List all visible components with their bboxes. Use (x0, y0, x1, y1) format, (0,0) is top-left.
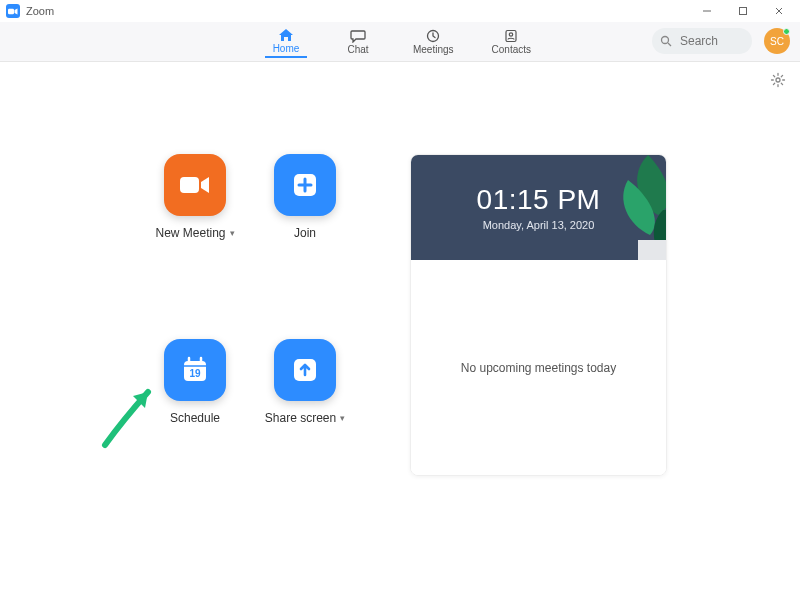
share-screen-button[interactable] (274, 339, 336, 401)
contacts-icon (504, 28, 518, 44)
clock-icon (426, 28, 440, 44)
svg-rect-21 (638, 240, 666, 260)
no-meetings-text: No upcoming meetings today (461, 361, 616, 375)
upcoming-panel: 01:15 PM Monday, April 13, 2020 No upcom… (410, 154, 667, 476)
window-maximize-button[interactable] (728, 2, 758, 20)
svg-point-8 (662, 37, 669, 44)
svg-text:19: 19 (189, 368, 201, 379)
action-label: New Meeting (155, 226, 225, 240)
plus-icon (290, 170, 320, 200)
schedule-button[interactable]: 19 (164, 339, 226, 401)
current-time: 01:15 PM (477, 184, 601, 216)
svg-rect-0 (8, 8, 14, 14)
home-icon (278, 27, 294, 43)
window-close-button[interactable] (764, 2, 794, 20)
svg-rect-2 (740, 8, 747, 15)
settings-button[interactable] (768, 70, 788, 90)
new-meeting-label-row[interactable]: New Meeting ▾ (155, 226, 234, 240)
search-input[interactable] (678, 33, 738, 49)
search-box[interactable] (652, 28, 752, 54)
presence-status-dot (783, 28, 790, 35)
svg-point-10 (776, 78, 780, 82)
chevron-down-icon: ▾ (340, 413, 345, 423)
chevron-down-icon: ▾ (230, 228, 235, 238)
clock-hero: 01:15 PM Monday, April 13, 2020 (411, 155, 666, 260)
window-titlebar: Zoom (0, 0, 800, 22)
current-date: Monday, April 13, 2020 (483, 219, 595, 231)
share-up-arrow-icon (290, 355, 320, 385)
svg-point-7 (510, 33, 513, 36)
home-actions-grid: New Meeting ▾ Join (140, 154, 360, 476)
search-icon (660, 35, 672, 47)
tab-home[interactable]: Home (265, 25, 307, 58)
chat-icon (350, 28, 366, 44)
plant-decoration (608, 155, 666, 260)
action-label: Join (294, 226, 316, 240)
upcoming-meetings-body: No upcoming meetings today (411, 260, 666, 475)
share-screen-label-row[interactable]: Share screen ▾ (265, 411, 345, 425)
tab-chat[interactable]: Chat (337, 25, 379, 58)
zoom-app-icon (6, 4, 20, 18)
tab-label: Chat (347, 44, 368, 55)
user-avatar[interactable]: SC (764, 28, 790, 54)
new-meeting-button[interactable] (164, 154, 226, 216)
avatar-initials: SC (770, 36, 784, 47)
svg-line-9 (668, 43, 671, 46)
tab-contacts[interactable]: Contacts (488, 25, 535, 58)
tab-label: Home (273, 43, 300, 54)
window-title: Zoom (26, 5, 54, 17)
join-button[interactable] (274, 154, 336, 216)
svg-rect-11 (180, 177, 199, 193)
action-label: Share screen (265, 411, 336, 425)
tab-label: Contacts (492, 44, 531, 55)
tab-label: Meetings (413, 44, 454, 55)
top-nav: Home Chat Meetings Contacts SC (0, 22, 800, 62)
video-camera-icon (178, 173, 212, 197)
tab-meetings[interactable]: Meetings (409, 25, 458, 58)
calendar-icon: 19 (179, 354, 211, 386)
window-minimize-button[interactable] (692, 2, 722, 20)
action-label: Schedule (170, 411, 220, 425)
gear-icon (770, 72, 786, 88)
